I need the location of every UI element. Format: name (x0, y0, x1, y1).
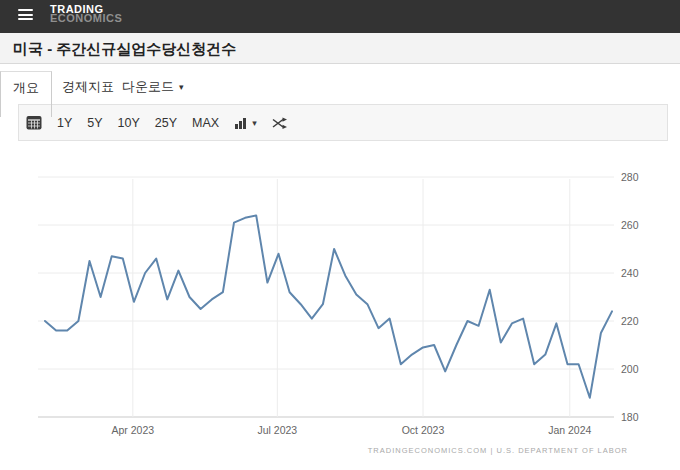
svg-text:Jan 2024: Jan 2024 (548, 424, 591, 436)
tab-overview[interactable]: 개요 (0, 71, 52, 104)
page-title: 미국 - 주간신규실업수당신청건수 (13, 40, 236, 59)
calendar-icon[interactable] (26, 115, 42, 130)
svg-text:Oct 2023: Oct 2023 (402, 424, 445, 436)
claims-line-chart-svg: 180200220240260280Apr 2023Jul 2023Oct 20… (0, 141, 680, 470)
chevron-down-icon: ▾ (252, 118, 257, 128)
app-header: TRADING ECONOMICS (0, 0, 680, 33)
tab-overview-label: 개요 (13, 80, 39, 95)
tab-download[interactable]: 다운로드▾ (122, 71, 184, 104)
brand-logo[interactable]: TRADING ECONOMICS (50, 5, 122, 23)
bar-chart-type-icon (234, 117, 248, 129)
chart-type-button[interactable]: ▾ (234, 117, 257, 129)
chart-area[interactable]: 180200220240260280Apr 2023Jul 2023Oct 20… (0, 141, 680, 470)
tab-bar: 개요 경제지표 다운로드▾ (0, 65, 680, 104)
chart-attribution: TRADINGECONOMICS.COM | U.S. DEPARTMENT O… (368, 446, 628, 455)
compare-arrows-icon[interactable] (272, 117, 288, 129)
brand-line2: ECONOMICS (50, 14, 122, 23)
title-bar: 미국 - 주간신규실업수당신청건수 (0, 33, 680, 64)
tab-download-label: 다운로드 (122, 79, 174, 94)
svg-text:200: 200 (621, 363, 639, 375)
tab-indicators-label: 경제지표 (62, 79, 114, 94)
tab-indicators[interactable]: 경제지표 (62, 71, 114, 104)
range-button-5y[interactable]: 5Y (87, 116, 102, 130)
svg-text:260: 260 (621, 219, 639, 231)
svg-text:280: 280 (621, 171, 639, 183)
range-button-25y[interactable]: 25Y (155, 116, 177, 130)
active-tab-border-tail-right (51, 104, 52, 117)
chevron-down-icon: ▾ (179, 82, 184, 92)
range-button-max[interactable]: MAX (192, 116, 219, 130)
svg-text:180: 180 (621, 411, 639, 423)
active-tab-border-tail-left (0, 104, 1, 117)
svg-text:Apr 2023: Apr 2023 (112, 424, 155, 436)
range-button-10y[interactable]: 10Y (118, 116, 140, 130)
svg-text:240: 240 (621, 267, 639, 279)
hamburger-menu-icon[interactable] (18, 9, 33, 24)
svg-text:220: 220 (621, 315, 639, 327)
chart-toolbar: 1Y 5Y 10Y 25Y MAX ▾ (18, 104, 668, 141)
range-button-1y[interactable]: 1Y (57, 116, 72, 130)
svg-text:Jul 2023: Jul 2023 (258, 424, 298, 436)
